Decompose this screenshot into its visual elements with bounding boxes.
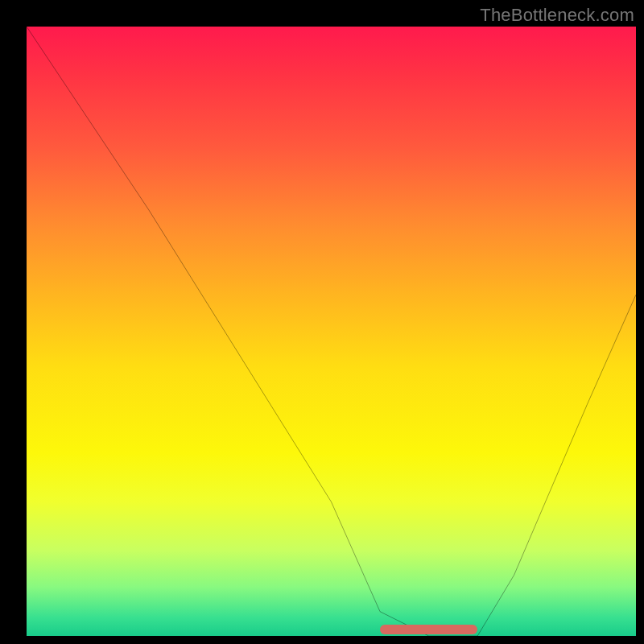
bump-segment: [380, 625, 477, 634]
plot-area: [27, 27, 636, 636]
chart-frame: TheBottleneck.com: [0, 0, 644, 644]
watermark-text: TheBottleneck.com: [480, 5, 634, 26]
curve-line: [27, 27, 636, 636]
